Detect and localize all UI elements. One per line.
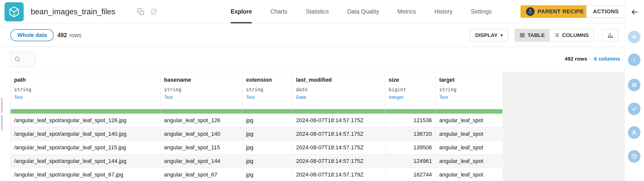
columns-view-label: COLUMNS <box>562 32 589 38</box>
column-header-path[interactable]: pathstringText <box>11 72 160 109</box>
table-view-label: TABLE <box>528 32 545 38</box>
collapse-panel-button[interactable] <box>630 8 638 16</box>
summary-rows: 492 rows <box>565 56 587 62</box>
left-resize-handle[interactable] <box>1 98 3 113</box>
table-summary: 492 rows - 6 columns <box>565 53 620 64</box>
cell-basename[interactable]: angular_leaf_spot_115 <box>160 141 243 154</box>
tab-history[interactable]: History <box>434 0 453 23</box>
column-meaning-link[interactable]: Text <box>164 95 239 100</box>
column-header-size[interactable]: sizebigintInteger <box>385 72 436 109</box>
copy-icon[interactable] <box>137 8 145 16</box>
column-storage-type: string <box>164 87 239 92</box>
collaboration-panel-button[interactable] <box>628 126 640 139</box>
validity-bar-extension[interactable] <box>243 109 293 114</box>
table-header-row: pathstringTextbasenamestringTextextensio… <box>11 72 503 109</box>
validity-bar-size[interactable] <box>385 109 436 114</box>
user-icon <box>631 129 637 136</box>
dataset-logo[interactable] <box>5 2 24 21</box>
column-name: size <box>389 77 432 83</box>
table-row: /angular_leaf_spot/angular_leaf_spot_67.… <box>11 168 503 181</box>
quick-chart-button[interactable] <box>602 29 618 41</box>
column-header-basename[interactable]: basenamestringText <box>160 72 243 109</box>
cell-path[interactable]: /angular_leaf_spot/angular_leaf_spot_115… <box>11 141 160 154</box>
cell-extension[interactable]: jpg <box>243 114 293 127</box>
dataset-cube-icon <box>8 6 20 18</box>
columns-list-icon <box>554 32 559 38</box>
summary-columns-link[interactable]: 6 columns <box>594 56 620 62</box>
cell-target[interactable]: angular_leaf_spot <box>436 141 503 154</box>
cell-target[interactable]: angular_leaf_spot <box>436 114 503 127</box>
cell-target[interactable]: angular_leaf_spot <box>436 127 503 141</box>
cell-extension[interactable]: jpg <box>243 154 293 168</box>
arrow-left-icon <box>630 8 638 16</box>
checks-panel-button[interactable] <box>628 103 640 115</box>
summary-separator: - <box>590 56 591 62</box>
cell-target[interactable]: angular_leaf_spot <box>436 154 503 168</box>
column-header-extension[interactable]: extensionstringText <box>243 72 293 109</box>
display-label: DISPLAY <box>475 32 498 38</box>
column-storage-type: date <box>296 87 381 92</box>
validity-bar-path[interactable] <box>11 109 160 114</box>
cell-size[interactable]: 139506 <box>385 141 436 154</box>
search-icon <box>14 56 21 62</box>
cell-last_modified[interactable]: 2024-08-07T18:14:57.175Z <box>293 154 385 168</box>
cell-target[interactable]: angular_leaf_spot <box>436 168 503 181</box>
actions-button[interactable]: ACTIONS <box>586 5 626 18</box>
cell-last_modified[interactable]: 2024-08-07T18:14:57.179Z <box>293 168 385 181</box>
cell-last_modified[interactable]: 2024-08-07T18:14:57.175Z <box>293 114 385 127</box>
tab-statistics[interactable]: Statistics <box>306 0 329 23</box>
search-input[interactable] <box>10 51 36 67</box>
tab-metrics[interactable]: Metrics <box>397 0 416 23</box>
column-meaning-link[interactable]: Text <box>439 95 499 100</box>
tab-charts[interactable]: Charts <box>270 0 287 23</box>
table-row: /angular_leaf_spot/angular_leaf_spot_140… <box>11 127 503 141</box>
cell-path[interactable]: /angular_leaf_spot/angular_leaf_spot_126… <box>11 114 160 127</box>
columns-view-button[interactable]: COLUMNS <box>549 29 593 41</box>
column-header-last_modified[interactable]: last_modifieddateDate <box>293 72 385 109</box>
add-panel-button[interactable] <box>628 31 640 43</box>
column-storage-type: string <box>439 87 499 92</box>
schema-panel-button[interactable] <box>628 79 640 91</box>
plus-icon <box>631 34 637 40</box>
cell-extension[interactable]: jpg <box>243 168 293 181</box>
parent-recipe-button[interactable]: PARENT RECIPE <box>520 5 589 18</box>
tab-data-quality[interactable]: Data Quality <box>347 0 379 23</box>
column-storage-type: string <box>14 87 157 92</box>
cell-path[interactable]: /angular_leaf_spot/angular_leaf_spot_144… <box>11 154 160 168</box>
table-view-button[interactable]: TABLE <box>515 29 549 41</box>
cell-size[interactable]: 136720 <box>385 127 436 141</box>
cell-extension[interactable]: jpg <box>243 127 293 141</box>
tab-explore[interactable]: Explore <box>231 0 252 23</box>
display-dropdown-button[interactable]: DISPLAY ▾ <box>470 29 508 41</box>
cell-basename[interactable]: angular_leaf_spot_67 <box>160 168 243 181</box>
top-header: bean_images_train_files Explore Charts S… <box>0 0 624 23</box>
validity-bar-basename[interactable] <box>160 109 243 114</box>
column-meaning-link[interactable]: Text <box>14 95 157 100</box>
validity-bar-target[interactable] <box>436 109 503 114</box>
cell-path[interactable]: /angular_leaf_spot/angular_leaf_spot_67.… <box>11 168 160 181</box>
column-meaning-link[interactable]: Text <box>246 95 289 100</box>
column-name: last_modified <box>296 77 381 83</box>
table-row: /angular_leaf_spot/angular_leaf_spot_126… <box>11 114 503 127</box>
cell-last_modified[interactable]: 2024-08-07T18:14:57.175Z <box>293 127 385 141</box>
tab-settings[interactable]: Settings <box>471 0 492 23</box>
recipe-icon <box>526 7 535 16</box>
cell-extension[interactable]: jpg <box>243 141 293 154</box>
column-meaning-link[interactable]: Integer <box>389 95 432 100</box>
cell-basename[interactable]: angular_leaf_spot_140 <box>160 127 243 141</box>
validity-bar-last_modified[interactable] <box>293 109 385 114</box>
sample-selector-button[interactable]: Whole data <box>10 29 54 41</box>
cell-size[interactable]: 124961 <box>385 154 436 168</box>
column-header-target[interactable]: targetstringText <box>436 72 503 109</box>
cell-path[interactable]: /angular_leaf_spot/angular_leaf_spot_140… <box>11 127 160 141</box>
details-panel-button[interactable] <box>628 54 640 66</box>
cell-last_modified[interactable]: 2024-08-07T18:14:57.175Z <box>293 141 385 154</box>
history-panel-button[interactable] <box>628 150 640 163</box>
cell-basename[interactable]: angular_leaf_spot_144 <box>160 154 243 168</box>
cell-basename[interactable]: angular_leaf_spot_126 <box>160 114 243 127</box>
chevron-down-icon: ▾ <box>501 33 503 38</box>
cell-size[interactable]: 121536 <box>385 114 436 127</box>
column-meaning-link[interactable]: Date <box>296 95 381 100</box>
left-resize-handle[interactable] <box>1 115 3 131</box>
cell-size[interactable]: 162744 <box>385 168 436 181</box>
